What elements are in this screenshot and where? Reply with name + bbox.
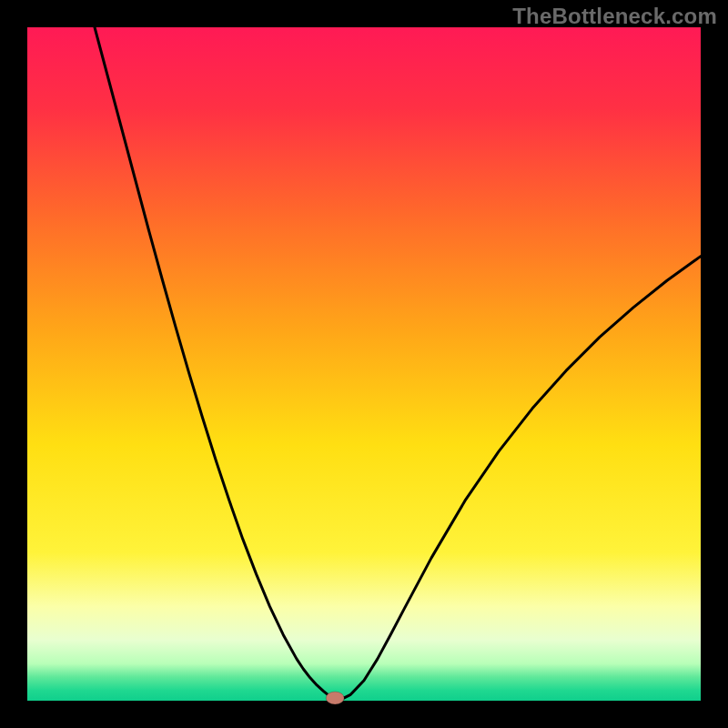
optimum-marker bbox=[326, 692, 344, 704]
chart-svg bbox=[0, 0, 728, 728]
bottleneck-chart bbox=[0, 0, 728, 728]
watermark-text: TheBottleneck.com bbox=[512, 4, 717, 29]
plot-area bbox=[27, 27, 701, 701]
